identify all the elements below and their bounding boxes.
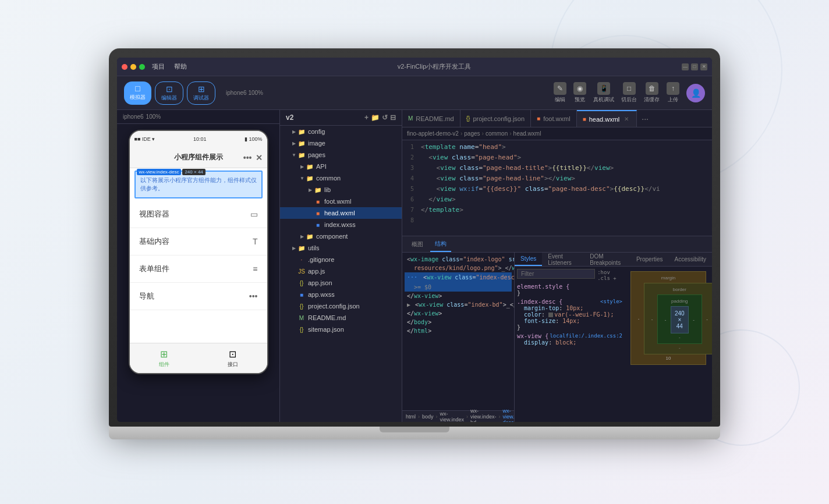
- box-model: margin - border: [625, 267, 712, 422]
- tree-item-image[interactable]: ▶ 📁 image: [280, 137, 402, 149]
- tree-item-config[interactable]: ▶ 📁 config: [280, 126, 402, 137]
- file-refresh-icon[interactable]: ↺: [382, 113, 388, 122]
- html-bc-wx-view[interactable]: wx-view.index: [440, 411, 465, 423]
- tree-label-app-json: app.json: [308, 279, 332, 286]
- styles-tabs: Styles Event Listeners DOM Breakpoints P…: [515, 253, 712, 267]
- restore-btn[interactable]: □: [691, 63, 698, 70]
- styles-filter-input[interactable]: [517, 269, 595, 279]
- toolbar-left: □ 模拟器 ⊡ 编辑器 ⊞ 调试器: [124, 81, 215, 105]
- bm-padding: padding - 240 × 44: [657, 294, 702, 344]
- html-bc-wx-view-hd[interactable]: wx-view.index-hd: [470, 408, 497, 423]
- bm-margin-top-val: 10: [635, 356, 702, 361]
- tab-more-btn[interactable]: ···: [637, 110, 653, 127]
- tree-item-project-config[interactable]: ▶ {} project.config.json: [280, 300, 402, 312]
- tree-item-api[interactable]: ▶ 📁 API: [280, 161, 402, 172]
- tree-item-pages[interactable]: ▼ 📁 pages: [280, 149, 402, 161]
- style-selector-index-desc: .index-desc {: [517, 299, 562, 305]
- tab-readme[interactable]: M README.md: [402, 110, 460, 127]
- preview-action[interactable]: ◉ 预览: [573, 82, 586, 104]
- tree-item-utils[interactable]: ▶ 📁 utils: [280, 242, 402, 254]
- close-window-btn[interactable]: [122, 64, 127, 70]
- phone-menu-form[interactable]: 表单组件 ≡: [130, 255, 267, 283]
- menu-project[interactable]: 项目: [152, 62, 165, 71]
- phone-menu-view[interactable]: 视图容器 ▭: [130, 201, 267, 228]
- html-content-7: </html>: [407, 328, 431, 334]
- user-avatar[interactable]: 👤: [686, 84, 705, 102]
- tree-item-gitignore[interactable]: ▶ · .gitignore: [280, 254, 402, 265]
- tree-item-head-wxml[interactable]: ▶ ■ head.wxml: [280, 207, 402, 219]
- laptop-screen: 项目 帮助 v2-FinClip小程序开发工具 — □ ✕: [109, 48, 720, 427]
- html-bc-html[interactable]: html: [406, 414, 416, 420]
- styles-tab-breakpoints[interactable]: DOM Breakpoints: [584, 253, 630, 266]
- upload-action[interactable]: ↑ 上传: [667, 82, 679, 104]
- phone-nav-component[interactable]: ⊞ 组件: [159, 349, 169, 368]
- phone-nav-api[interactable]: ⊡ 接口: [228, 349, 238, 368]
- phone-menu-view-label: 视图容器: [139, 209, 169, 219]
- html-bc-wx-view-desc[interactable]: wx-view.index-desc: [503, 408, 514, 423]
- tree-item-foot-wxml[interactable]: ▶ ■ foot.wxml: [280, 196, 402, 207]
- tree-label-sitemap: sitemap.json: [308, 326, 344, 333]
- html-line-1[interactable]: ··· <wx-view class="index-desc">以下将展示小程序…: [405, 272, 512, 283]
- tree-item-sitemap[interactable]: ▶ {} sitemap.json: [280, 324, 402, 335]
- clear-cache-action[interactable]: 🗑 清缓存: [644, 82, 660, 104]
- menu-help[interactable]: 帮助: [174, 62, 187, 71]
- simulator-btn[interactable]: □ 模拟器: [124, 81, 151, 105]
- phone-menu-basic[interactable]: 基础内容 T: [130, 228, 267, 255]
- phone-content: 以下将展示小程序官方组件能力，组件样式仅供参考。 视图容器 ▭ 基础内容 T: [130, 168, 267, 343]
- element-size-tag: 240 × 44: [182, 169, 205, 175]
- tree-item-app-js[interactable]: ▶ JS app.js: [280, 265, 402, 277]
- tab-close-icon[interactable]: ✕: [622, 115, 630, 123]
- tree-item-lib[interactable]: ▶ 📁 lib: [280, 184, 402, 196]
- file-collapse-icon[interactable]: ⊟: [390, 113, 396, 122]
- tree-item-app-wxss[interactable]: ▶ ■ app.wxss: [280, 289, 402, 300]
- code-editor[interactable]: 1 <template name="head"> 2 <view class="…: [402, 140, 712, 236]
- phone-menu-icon[interactable]: •••: [243, 153, 252, 162]
- background-action[interactable]: □ 切后台: [621, 82, 637, 104]
- phone-close-icon[interactable]: ✕: [256, 153, 263, 162]
- preview-label: 预览: [575, 96, 585, 104]
- styles-tab-accessibility[interactable]: Accessibility: [669, 253, 712, 266]
- ide-window: 项目 帮助 v2-FinClip小程序开发工具 — □ ✕: [117, 58, 712, 422]
- project-config-icon: {}: [297, 302, 306, 310]
- file-tree-root: v2: [286, 113, 293, 122]
- tree-item-app-json[interactable]: ▶ {} app.json: [280, 277, 402, 289]
- devtools-tab-structure[interactable]: 结构: [430, 236, 451, 252]
- tab-project-config[interactable]: {} project.config.json: [460, 110, 531, 127]
- phone-menu-nav[interactable]: 导航 •••: [130, 283, 267, 310]
- html-bc-body[interactable]: body: [422, 414, 434, 420]
- editor-btn[interactable]: ⊡ 编辑器: [155, 81, 183, 105]
- html-tree: <wx-image class="index-logo" src="../res…: [402, 253, 514, 410]
- file-new-icon[interactable]: +: [364, 113, 369, 122]
- file-tree-header: v2 + 📁 ↺ ⊟: [280, 110, 402, 126]
- tree-item-readme[interactable]: ▶ M README.md: [280, 312, 402, 324]
- folder-icon: 📁: [306, 174, 314, 182]
- html-content-2: >= $0: [407, 284, 431, 290]
- minimize-window-btn[interactable]: [130, 64, 136, 70]
- file-folder-icon[interactable]: 📁: [371, 113, 380, 122]
- styles-tab-properties[interactable]: Properties: [630, 253, 669, 266]
- chevron-right-icon: ▶: [290, 140, 297, 147]
- close-btn[interactable]: ✕: [700, 63, 707, 70]
- tree-item-index-wxss[interactable]: ▶ ■ index.wxss: [280, 219, 402, 230]
- code-line-8: 8: [402, 216, 712, 226]
- breadcrumb-bar: fino-applet-demo-v2 › pages › common › h…: [402, 127, 712, 140]
- edit-action[interactable]: ✎ 编辑: [554, 82, 566, 104]
- maximize-window-btn[interactable]: [139, 64, 145, 70]
- html-line-6: </body>: [405, 318, 512, 326]
- expand-arrow-icon: ▶: [407, 301, 410, 308]
- tab-head-wxml[interactable]: ■ head.wxml ✕: [577, 110, 637, 127]
- device-debug-action[interactable]: 📱 真机调试: [593, 82, 614, 104]
- tree-item-component[interactable]: ▶ 📁 component: [280, 230, 402, 242]
- styles-tab-listeners[interactable]: Event Listeners: [542, 253, 584, 266]
- debugger-btn[interactable]: ⊞ 调试器: [187, 81, 215, 105]
- styles-tab-styles[interactable]: Styles: [515, 253, 542, 266]
- devtools-tab-diagram[interactable]: 概图: [407, 236, 428, 252]
- tab-foot-wxml[interactable]: ■ foot.wxml: [531, 110, 577, 127]
- phone-nav-component-icon: ⊞: [160, 349, 168, 360]
- tab-bar: M README.md {} project.config.json ■ foo…: [402, 110, 712, 127]
- minimize-btn[interactable]: —: [682, 63, 689, 70]
- styles-left: :hov .cls + element.style { }: [515, 267, 625, 422]
- tree-item-common[interactable]: ▼ 📁 common: [280, 172, 402, 184]
- json-icon: {}: [297, 279, 306, 287]
- tree-label-lib: lib: [324, 186, 331, 193]
